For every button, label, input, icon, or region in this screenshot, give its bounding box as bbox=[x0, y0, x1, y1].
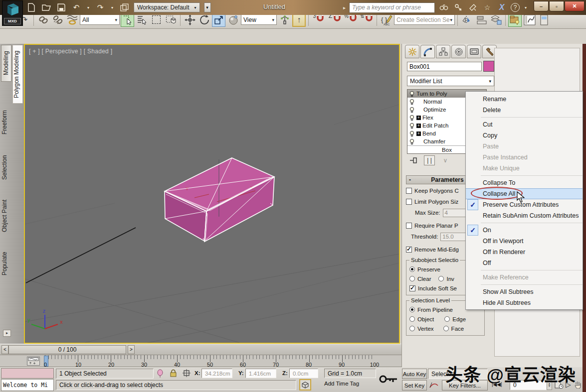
absolute-offset-mode-icon[interactable] bbox=[183, 369, 191, 379]
named-selection-sets-dropdown[interactable]: Create Selection Se ▾ bbox=[394, 14, 455, 25]
perspective-viewport[interactable]: Y X z y x bbox=[24, 44, 400, 344]
menu-item-off-in-renderer[interactable]: Off in Renderer bbox=[466, 247, 583, 258]
menu-item-off-in-viewport[interactable]: Off in Viewport bbox=[466, 236, 583, 247]
z-coordinate-field[interactable]: 0.0cm bbox=[289, 369, 318, 378]
isolate-selection-icon[interactable] bbox=[299, 379, 311, 391]
ribbon-expand-button[interactable]: ▸ bbox=[3, 330, 11, 337]
ribbon-tab-freeform[interactable]: Freeform bbox=[1, 105, 11, 140]
help-icon[interactable]: ? bbox=[511, 3, 520, 12]
vertex-radio[interactable] bbox=[409, 326, 415, 331]
menu-item-delete[interactable]: Delete bbox=[466, 105, 583, 116]
maximize-button[interactable]: ▫ bbox=[549, 1, 564, 11]
spline-line[interactable] bbox=[26, 228, 136, 283]
track-bar[interactable]: 0 10 20 30 40 50 60 70 80 90 100 bbox=[0, 355, 401, 367]
reference-coordinate-value: View bbox=[243, 16, 256, 23]
add-time-tag[interactable]: Add Time Tag bbox=[324, 381, 359, 387]
next-frame-button[interactable]: > bbox=[128, 345, 135, 354]
mini-curve-editor-icon[interactable] bbox=[27, 357, 40, 366]
menu-item-rename[interactable]: Rename bbox=[466, 94, 583, 105]
help-dropdown-icon[interactable]: ▾ bbox=[523, 2, 528, 13]
modifier-list-dropdown[interactable]: Modifier List ▾ bbox=[407, 76, 494, 86]
balloon-icon[interactable] bbox=[157, 369, 164, 380]
maxscript-listener-line[interactable]: Welcome to Mi bbox=[1, 379, 54, 391]
object-radio[interactable] bbox=[409, 316, 415, 322]
bulb-icon[interactable] bbox=[409, 131, 415, 137]
bulb-icon[interactable] bbox=[409, 107, 415, 113]
auto-key-button[interactable]: Auto Key bbox=[402, 369, 427, 379]
from-pipeline-radio[interactable] bbox=[409, 307, 415, 312]
bulb-icon[interactable] bbox=[409, 91, 415, 97]
exchange-apps-icon[interactable]: X bbox=[496, 2, 507, 13]
clear-radio[interactable] bbox=[409, 276, 415, 281]
object-color-swatch[interactable] bbox=[483, 61, 494, 72]
viewport-label[interactable]: [ + ] [ Perspective ] [ Shaded ] bbox=[29, 48, 112, 55]
bulb-icon[interactable] bbox=[409, 115, 415, 121]
menu-item-off[interactable]: Off bbox=[466, 258, 583, 268]
selection-filter-dropdown[interactable]: All ▾ bbox=[80, 14, 120, 25]
y-coordinate-field[interactable]: 1.416cm bbox=[245, 369, 276, 378]
search-collapse-icon[interactable]: ▸ bbox=[343, 5, 346, 10]
time-slider-display[interactable]: 0 / 100 bbox=[8, 345, 126, 354]
subscription-key-icon[interactable] bbox=[453, 2, 464, 13]
default-in-out-tangents-icon[interactable] bbox=[429, 381, 439, 391]
minimize-button[interactable]: – bbox=[534, 1, 549, 11]
expand-icon[interactable]: + bbox=[416, 124, 421, 128]
selection-lock-icon[interactable] bbox=[170, 369, 177, 379]
box-object[interactable]: Y X bbox=[165, 158, 274, 242]
bulb-icon[interactable] bbox=[409, 138, 415, 145]
motion-tab-icon[interactable] bbox=[451, 45, 466, 58]
communication-center-icon[interactable] bbox=[467, 2, 478, 13]
expand-icon[interactable]: + bbox=[416, 116, 421, 120]
maxscript-mini-listener[interactable] bbox=[1, 368, 54, 379]
limit-polygon-size-checkbox[interactable] bbox=[406, 199, 412, 205]
object-name-field[interactable] bbox=[407, 62, 482, 71]
x-coordinate-field[interactable]: 34.218cm bbox=[201, 369, 232, 378]
max-size-field[interactable]: 4 bbox=[443, 209, 469, 217]
close-button[interactable]: ✕ bbox=[565, 1, 585, 11]
menu-item-cut[interactable]: Cut bbox=[466, 119, 583, 130]
search-icon[interactable] bbox=[438, 2, 449, 13]
bulb-icon[interactable] bbox=[409, 99, 415, 105]
search-input[interactable] bbox=[349, 2, 435, 13]
menu-item-retain-subanim[interactable]: Retain SubAnim Custom Attributes bbox=[466, 210, 583, 221]
modifier-list-label: Modifier List bbox=[410, 78, 442, 85]
set-keys-button[interactable] bbox=[378, 369, 399, 391]
remove-mid-edge-checkbox[interactable] bbox=[406, 247, 412, 253]
3dsmax-app-icon[interactable]: MXD bbox=[2, 0, 23, 26]
bulb-icon[interactable] bbox=[409, 123, 415, 129]
menu-separator bbox=[466, 221, 583, 225]
set-key-button[interactable]: Set Key bbox=[402, 380, 427, 391]
show-end-result-icon[interactable]: | | bbox=[424, 155, 435, 165]
hierarchy-tab-icon[interactable] bbox=[436, 45, 450, 58]
threshold-field[interactable]: 15.0 bbox=[440, 233, 466, 241]
keep-polygons-checkbox[interactable] bbox=[406, 188, 412, 194]
menu-item-show-all-subtrees[interactable]: Show All Subtrees bbox=[466, 286, 583, 297]
display-tab-icon[interactable] bbox=[467, 45, 481, 58]
ribbon-panel-polygon-modeling[interactable]: Polygon Modeling bbox=[12, 45, 23, 104]
ribbon-tab-modeling[interactable]: Modeling bbox=[1, 45, 11, 82]
ribbon-tab-object-paint[interactable]: Object Paint bbox=[1, 194, 11, 237]
viewport-canvas: Y X z y x bbox=[25, 45, 399, 343]
favorites-star-icon[interactable]: ☆ bbox=[482, 2, 493, 13]
make-unique-stack-icon[interactable]: ∨ bbox=[440, 155, 451, 165]
menu-item-hide-all-subtrees[interactable]: Hide All Subtrees bbox=[466, 297, 583, 308]
menu-item-on[interactable]: ✓On bbox=[466, 225, 583, 236]
edge-radio[interactable] bbox=[444, 316, 450, 322]
preserve-radio[interactable] bbox=[409, 266, 415, 272]
modifier-stack-toolbar: | | ∨ bbox=[408, 155, 451, 165]
require-planar-checkbox[interactable] bbox=[406, 223, 412, 229]
modify-tab-icon[interactable] bbox=[420, 45, 435, 58]
invert-radio[interactable] bbox=[438, 276, 444, 281]
prev-frame-button[interactable]: < bbox=[1, 345, 8, 354]
ribbon-tab-selection[interactable]: Selection bbox=[1, 149, 11, 185]
reference-coordinate-dropdown[interactable]: View ▾ bbox=[241, 14, 277, 25]
menu-item-copy[interactable]: Copy bbox=[466, 130, 583, 141]
menu-item-paste: Paste bbox=[466, 141, 583, 152]
include-soft-selection-checkbox[interactable] bbox=[409, 285, 415, 291]
expand-icon[interactable]: + bbox=[416, 131, 421, 136]
menu-item-collapse-to[interactable]: Collapse To bbox=[466, 177, 583, 188]
face-radio[interactable] bbox=[443, 326, 449, 331]
pin-stack-icon[interactable] bbox=[408, 155, 419, 165]
create-tab-icon[interactable] bbox=[405, 45, 419, 58]
ribbon-tab-populate[interactable]: Populate bbox=[1, 245, 11, 282]
